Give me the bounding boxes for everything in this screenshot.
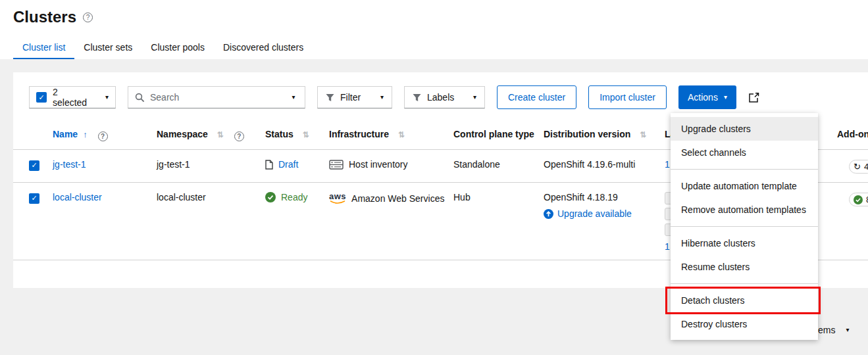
namespace-cell: local-cluster [157,183,265,260]
menu-item-update-automation-template[interactable]: Update automation template [671,174,818,198]
filter-dropdown[interactable]: Filter ▾ [317,86,392,108]
page-header: Clusters ? [0,0,868,26]
tab-bar: Cluster list Cluster sets Cluster pools … [0,37,868,60]
search-input[interactable] [150,92,276,103]
bulk-select-dropdown[interactable]: ✓ 2 selected ▾ [29,86,116,108]
host-inventory-icon [329,160,344,170]
name-help-icon[interactable]: ? [98,131,108,141]
filter-label: Filter [340,92,361,103]
share-square-icon [748,92,759,103]
labels-overflow-link[interactable]: 1 [665,241,670,252]
draft-file-icon [265,160,273,170]
check-icon: ✓ [31,194,37,202]
control-plane-type-cell: Standalone [453,150,544,183]
toolbar: ✓ 2 selected ▾ ▾ [13,72,868,109]
page-title: Clusters [13,8,76,26]
distribution-version-cell: OpenShift 4.18.19 [544,192,659,202]
sort-icon: ⇅ [303,130,309,139]
sort-icon: ⇅ [398,130,405,139]
labels-overflow-link[interactable]: 1 [665,159,670,170]
cluster-name-link[interactable]: local-cluster [53,192,102,202]
actions-dropdown-button[interactable]: Actions ▾ [678,85,736,109]
search-control: ▾ [128,86,305,108]
share-square-icon[interactable] [748,92,759,103]
filter-icon [326,93,334,102]
tab-cluster-pools[interactable]: Cluster pools [141,37,214,59]
infrastructure-label: Host inventory [349,159,407,170]
addons-healthy-badge[interactable]: 8 [849,193,868,206]
check-circle-icon [854,195,863,204]
tab-cluster-sets[interactable]: Cluster sets [74,37,141,59]
bulk-select-checkbox[interactable]: ✓ [36,92,47,103]
labels-dropdown[interactable]: Labels ▾ [404,86,485,108]
pagination-text: ems [818,325,835,335]
pagination-menu-toggle[interactable]: ems ▾ [818,325,849,335]
column-header-control-plane-type[interactable]: Control plane type [453,121,544,150]
chevron-down-icon: ▾ [473,94,476,101]
column-header-status[interactable]: Status⇅ [265,121,329,150]
search-options-toggle[interactable]: ▾ [282,87,305,108]
bulk-select-label: 2 selected [53,87,93,108]
sort-ascending-icon: ↑ [83,130,88,139]
namespace-cell: jg-test-1 [157,150,265,183]
check-icon: ✓ [31,161,37,170]
infrastructure-label: Amazon Web Services [351,193,444,204]
search-field-wrap [128,87,282,108]
menu-item-resume-clusters[interactable]: Resume clusters [671,255,818,279]
actions-label: Actions [688,92,718,103]
labels-label: Labels [427,92,454,103]
sort-icon: ⇅ [640,130,646,139]
tab-discovered-clusters[interactable]: Discovered clusters [214,37,313,59]
upgrade-available-link[interactable]: Upgrade available [544,208,659,219]
aws-logo: aws [329,192,346,204]
upgrade-arrow-icon [544,209,553,219]
menu-item-upgrade-clusters[interactable]: Upgrade clusters [671,117,818,141]
select-all-header [13,121,53,150]
status-link[interactable]: Draft [278,159,298,170]
column-header-namespace[interactable]: Namespace⇅? [157,121,265,150]
control-plane-type-cell: Hub [453,183,544,260]
in-progress-icon: ↻ [854,162,861,172]
menu-item-hibernate-clusters[interactable]: Hibernate clusters [671,231,818,255]
menu-divider [671,226,818,227]
chevron-down-icon: ▾ [846,327,849,333]
chevron-down-icon: ▾ [292,94,295,101]
namespace-help-icon[interactable]: ? [234,131,244,141]
import-cluster-button[interactable]: Import cluster [588,85,667,109]
row-checkbox[interactable]: ✓ [29,160,39,171]
aws-smile-icon [330,201,345,204]
check-icon: ✓ [38,93,44,102]
create-cluster-button[interactable]: Create cluster [497,85,576,109]
column-header-infrastructure[interactable]: Infrastructure⇅ [329,121,453,150]
cluster-name-link[interactable]: jg-test-1 [53,159,86,170]
menu-item-select-channels[interactable]: Select channels [671,141,818,164]
column-header-distribution-version[interactable]: Distribution version⇅ [544,121,665,150]
menu-divider [671,169,818,170]
menu-divider [671,283,818,284]
status-label[interactable]: Ready [281,192,307,202]
help-icon[interactable]: ? [83,12,93,22]
row-checkbox[interactable]: ✓ [29,193,39,204]
menu-item-detach-clusters[interactable]: Detach clusters [671,289,818,312]
tab-cluster-list[interactable]: Cluster list [13,37,74,59]
menu-item-destroy-clusters[interactable]: Destroy clusters [671,312,818,336]
column-header-addons[interactable]: Add-ons [837,121,868,150]
search-icon [135,93,145,103]
addons-count: 4 [864,162,868,172]
chevron-down-icon: ▾ [724,94,727,101]
column-header-name[interactable]: Name↑? [53,121,157,150]
sort-icon: ⇅ [217,130,224,139]
addons-progress-badge[interactable]: ↻ 4 [849,160,868,174]
distribution-version-cell: OpenShift 4.19.6-multi [544,150,665,183]
filter-icon [413,93,421,102]
actions-menu: Upgrade clusters Select channels Update … [671,113,818,340]
menu-item-remove-automation-templates[interactable]: Remove automation templates [671,198,818,222]
ready-check-icon [265,192,276,202]
chevron-down-icon: ▾ [105,94,109,101]
chevron-down-icon: ▾ [380,94,384,101]
